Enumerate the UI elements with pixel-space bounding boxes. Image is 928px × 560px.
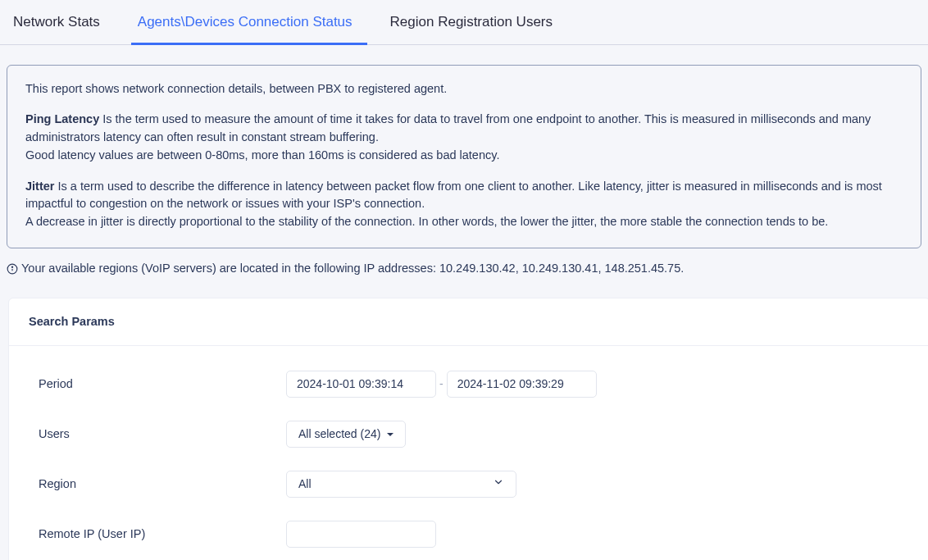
period-start-input[interactable]: 2024-10-01 09:39:14 xyxy=(286,371,436,398)
ping-text-b: Good latency values are between 0-80ms, … xyxy=(25,148,499,162)
info-jitter: Jitter Is a term used to describe the di… xyxy=(25,178,903,231)
period-end-input[interactable]: 2024-11-02 09:39:29 xyxy=(447,371,597,398)
search-params-title: Search Params xyxy=(9,298,928,347)
jitter-text-b: A decrease in jitter is directly proport… xyxy=(25,215,828,228)
users-dropdown-value: All selected (24) xyxy=(298,426,380,443)
svg-point-2 xyxy=(11,266,12,267)
info-intro: This report shows network connection det… xyxy=(25,80,903,98)
users-dropdown[interactable]: All selected (24) xyxy=(286,421,406,448)
tabs-bar: Network Stats Agents\Devices Connection … xyxy=(0,0,928,45)
label-users: Users xyxy=(39,426,286,444)
info-ping: Ping Latency Is the term used to measure… xyxy=(25,111,903,164)
jitter-label: Jitter xyxy=(25,180,54,193)
ping-label: Ping Latency xyxy=(25,112,99,125)
period-separator: - xyxy=(439,376,444,393)
caret-down-icon xyxy=(387,433,393,436)
label-region: Region xyxy=(39,476,286,494)
search-params-card: Search Params Period 2024-10-01 09:39:14… xyxy=(8,298,928,561)
ping-text-a: Is the term used to measure the amount o… xyxy=(25,112,871,143)
tab-region-registration[interactable]: Region Registration Users xyxy=(384,0,567,44)
row-region: Region All xyxy=(39,471,900,498)
chevron-down-icon xyxy=(493,476,504,493)
region-select-value: All xyxy=(298,476,312,493)
jitter-text-a: Is a term used to describe the differenc… xyxy=(25,180,882,211)
regions-info-line: Your available regions (VoIP servers) ar… xyxy=(7,260,921,278)
label-period: Period xyxy=(39,376,286,394)
row-period: Period 2024-10-01 09:39:14 - 2024-11-02 … xyxy=(39,371,900,398)
period-group: 2024-10-01 09:39:14 - 2024-11-02 09:39:2… xyxy=(286,371,597,398)
tab-agents-devices[interactable]: Agents\Devices Connection Status xyxy=(131,0,367,45)
info-icon xyxy=(7,263,18,275)
remote-ip-input[interactable] xyxy=(286,521,436,548)
info-panel: This report shows network connection det… xyxy=(7,65,921,248)
region-select[interactable]: All xyxy=(286,471,516,498)
search-params-body: Period 2024-10-01 09:39:14 - 2024-11-02 … xyxy=(9,346,928,560)
row-users: Users All selected (24) xyxy=(39,421,900,448)
regions-info-text: Your available regions (VoIP servers) ar… xyxy=(21,260,684,278)
tab-network-stats[interactable]: Network Stats xyxy=(7,0,115,44)
row-remote-ip: Remote IP (User IP) xyxy=(39,521,900,548)
label-remote-ip: Remote IP (User IP) xyxy=(39,526,286,544)
